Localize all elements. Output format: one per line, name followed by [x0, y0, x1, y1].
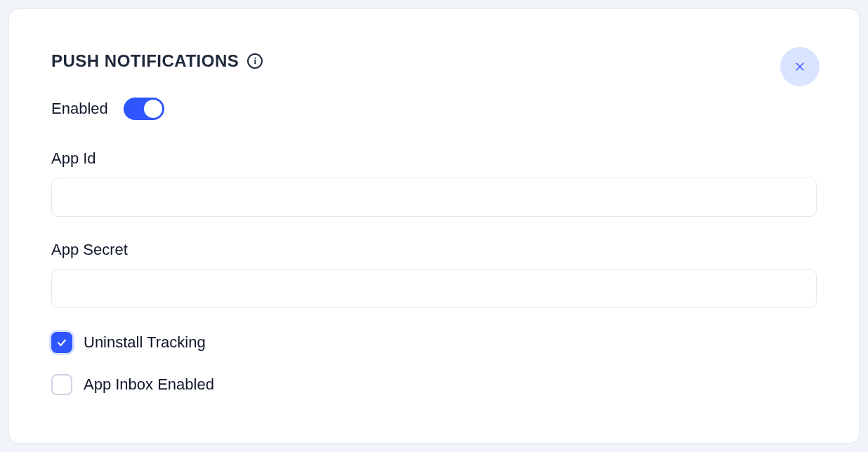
app-id-label: App Id: [51, 149, 817, 168]
enabled-toggle[interactable]: [124, 98, 164, 120]
app-secret-input[interactable]: [51, 269, 817, 308]
app-secret-label: App Secret: [51, 241, 817, 259]
push-notifications-card: PUSH NOTIFICATIONS i Enabled App Id App …: [8, 8, 860, 444]
uninstall-tracking-row: Uninstall Tracking: [51, 332, 817, 353]
check-icon: [56, 337, 67, 348]
section-header: PUSH NOTIFICATIONS i: [51, 51, 817, 71]
close-button[interactable]: [780, 47, 820, 86]
toggle-knob: [144, 100, 162, 118]
enabled-label: Enabled: [51, 100, 108, 118]
uninstall-tracking-checkbox[interactable]: [51, 332, 72, 353]
enabled-row: Enabled: [51, 98, 817, 120]
close-icon: [794, 60, 806, 73]
app-id-input[interactable]: [51, 178, 817, 217]
app-id-field-block: App Id: [51, 149, 817, 217]
app-inbox-enabled-row: App Inbox Enabled: [51, 374, 817, 395]
app-inbox-enabled-label: App Inbox Enabled: [84, 375, 214, 394]
section-title: PUSH NOTIFICATIONS: [51, 51, 239, 71]
app-secret-field-block: App Secret: [51, 241, 817, 308]
app-inbox-enabled-checkbox[interactable]: [51, 374, 72, 395]
uninstall-tracking-label: Uninstall Tracking: [84, 333, 206, 352]
info-icon[interactable]: i: [247, 53, 263, 69]
